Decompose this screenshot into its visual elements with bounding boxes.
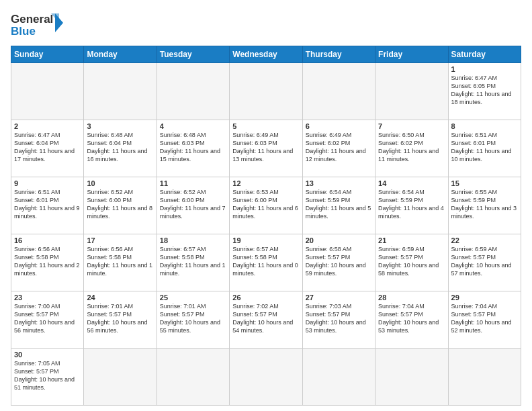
calendar-cell: 30Sunrise: 7:05 AM Sunset: 5:57 PM Dayli… bbox=[11, 349, 84, 406]
day-info: Sunrise: 6:56 AM Sunset: 5:58 PM Dayligh… bbox=[14, 245, 81, 278]
logo: GeneralBlue bbox=[11, 11, 64, 39]
calendar-cell: 27Sunrise: 7:03 AM Sunset: 5:57 PM Dayli… bbox=[302, 291, 375, 349]
day-number: 15 bbox=[451, 179, 518, 187]
day-info: Sunrise: 6:47 AM Sunset: 6:05 PM Dayligh… bbox=[451, 74, 518, 107]
calendar-cell: 21Sunrise: 6:59 AM Sunset: 5:57 PM Dayli… bbox=[375, 234, 448, 291]
day-info: Sunrise: 6:57 AM Sunset: 5:58 PM Dayligh… bbox=[232, 245, 299, 278]
day-number: 18 bbox=[160, 236, 226, 244]
weekday-header-row: SundayMondayTuesdayWednesdayThursdayFrid… bbox=[11, 46, 521, 63]
calendar-week-2: 2Sunrise: 6:47 AM Sunset: 6:04 PM Daylig… bbox=[11, 120, 521, 177]
day-info: Sunrise: 6:54 AM Sunset: 5:59 PM Dayligh… bbox=[378, 188, 445, 221]
calendar-week-5: 23Sunrise: 7:00 AM Sunset: 5:57 PM Dayli… bbox=[11, 291, 521, 349]
calendar-cell: 20Sunrise: 6:58 AM Sunset: 5:57 PM Dayli… bbox=[302, 234, 375, 291]
day-info: Sunrise: 7:05 AM Sunset: 5:57 PM Dayligh… bbox=[14, 359, 81, 392]
day-number: 28 bbox=[378, 293, 445, 302]
calendar-cell bbox=[157, 349, 229, 406]
day-number: 29 bbox=[451, 293, 518, 302]
day-number: 24 bbox=[87, 293, 153, 302]
calendar-cell: 4Sunrise: 6:48 AM Sunset: 6:03 PM Daylig… bbox=[157, 120, 229, 177]
day-number: 4 bbox=[160, 122, 226, 130]
day-info: Sunrise: 7:00 AM Sunset: 5:57 PM Dayligh… bbox=[14, 302, 81, 335]
calendar-cell bbox=[448, 349, 521, 406]
calendar-cell bbox=[302, 63, 375, 120]
svg-text:Blue: Blue bbox=[11, 25, 36, 38]
day-info: Sunrise: 6:49 AM Sunset: 6:02 PM Dayligh… bbox=[306, 131, 372, 164]
day-info: Sunrise: 7:01 AM Sunset: 5:57 PM Dayligh… bbox=[160, 302, 226, 335]
calendar-week-6: 30Sunrise: 7:05 AM Sunset: 5:57 PM Dayli… bbox=[11, 349, 521, 406]
svg-text:General: General bbox=[11, 13, 53, 26]
day-number: 17 bbox=[87, 236, 153, 244]
logo-svg: GeneralBlue bbox=[11, 11, 64, 39]
day-number: 16 bbox=[14, 236, 81, 244]
calendar-cell: 26Sunrise: 7:02 AM Sunset: 5:57 PM Dayli… bbox=[230, 291, 302, 349]
calendar-cell bbox=[230, 63, 302, 120]
day-number: 13 bbox=[306, 179, 372, 187]
calendar-cell: 19Sunrise: 6:57 AM Sunset: 5:58 PM Dayli… bbox=[230, 234, 302, 291]
day-number: 26 bbox=[232, 293, 299, 302]
calendar-cell bbox=[84, 349, 157, 406]
day-number: 23 bbox=[14, 293, 81, 302]
calendar-cell: 1Sunrise: 6:47 AM Sunset: 6:05 PM Daylig… bbox=[448, 63, 521, 120]
weekday-header-saturday: Saturday bbox=[448, 46, 521, 63]
day-info: Sunrise: 7:03 AM Sunset: 5:57 PM Dayligh… bbox=[306, 302, 372, 335]
calendar-cell: 6Sunrise: 6:49 AM Sunset: 6:02 PM Daylig… bbox=[302, 120, 375, 177]
day-number: 20 bbox=[306, 236, 372, 244]
day-number: 6 bbox=[306, 122, 372, 130]
day-info: Sunrise: 6:58 AM Sunset: 5:57 PM Dayligh… bbox=[306, 245, 372, 278]
calendar-cell: 17Sunrise: 6:56 AM Sunset: 5:58 PM Dayli… bbox=[84, 234, 157, 291]
weekday-header-thursday: Thursday bbox=[302, 46, 375, 63]
header: GeneralBlue bbox=[11, 11, 521, 39]
weekday-header-wednesday: Wednesday bbox=[230, 46, 302, 63]
day-info: Sunrise: 6:47 AM Sunset: 6:04 PM Dayligh… bbox=[14, 131, 81, 164]
calendar-cell: 23Sunrise: 7:00 AM Sunset: 5:57 PM Dayli… bbox=[11, 291, 84, 349]
day-number: 21 bbox=[378, 236, 445, 244]
calendar-cell: 25Sunrise: 7:01 AM Sunset: 5:57 PM Dayli… bbox=[157, 291, 229, 349]
day-info: Sunrise: 6:57 AM Sunset: 5:58 PM Dayligh… bbox=[160, 245, 226, 278]
day-number: 2 bbox=[14, 122, 81, 130]
calendar-week-4: 16Sunrise: 6:56 AM Sunset: 5:58 PM Dayli… bbox=[11, 234, 521, 291]
weekday-header-sunday: Sunday bbox=[11, 46, 84, 63]
calendar-cell: 7Sunrise: 6:50 AM Sunset: 6:02 PM Daylig… bbox=[375, 120, 448, 177]
day-number: 9 bbox=[14, 179, 81, 187]
calendar-cell bbox=[302, 349, 375, 406]
day-number: 25 bbox=[160, 293, 226, 302]
page: GeneralBlue SundayMondayTuesdayWednesday… bbox=[0, 0, 532, 411]
calendar-cell: 12Sunrise: 6:53 AM Sunset: 6:00 PM Dayli… bbox=[230, 177, 302, 234]
day-info: Sunrise: 6:52 AM Sunset: 6:00 PM Dayligh… bbox=[160, 188, 226, 221]
calendar-cell: 10Sunrise: 6:52 AM Sunset: 6:00 PM Dayli… bbox=[84, 177, 157, 234]
day-info: Sunrise: 6:48 AM Sunset: 6:03 PM Dayligh… bbox=[160, 131, 226, 164]
day-info: Sunrise: 6:50 AM Sunset: 6:02 PM Dayligh… bbox=[378, 131, 445, 164]
calendar-cell: 22Sunrise: 6:59 AM Sunset: 5:57 PM Dayli… bbox=[448, 234, 521, 291]
day-info: Sunrise: 7:01 AM Sunset: 5:57 PM Dayligh… bbox=[87, 302, 153, 335]
calendar-cell bbox=[11, 63, 84, 120]
calendar-cell bbox=[230, 349, 302, 406]
calendar-cell: 18Sunrise: 6:57 AM Sunset: 5:58 PM Dayli… bbox=[157, 234, 229, 291]
day-number: 30 bbox=[14, 351, 81, 359]
day-number: 19 bbox=[232, 236, 299, 244]
day-info: Sunrise: 6:55 AM Sunset: 5:59 PM Dayligh… bbox=[451, 188, 518, 221]
calendar-cell: 5Sunrise: 6:49 AM Sunset: 6:03 PM Daylig… bbox=[230, 120, 302, 177]
calendar-cell: 2Sunrise: 6:47 AM Sunset: 6:04 PM Daylig… bbox=[11, 120, 84, 177]
day-info: Sunrise: 7:02 AM Sunset: 5:57 PM Dayligh… bbox=[232, 302, 299, 335]
day-info: Sunrise: 6:51 AM Sunset: 6:01 PM Dayligh… bbox=[14, 188, 81, 221]
day-number: 7 bbox=[378, 122, 445, 130]
day-info: Sunrise: 6:52 AM Sunset: 6:00 PM Dayligh… bbox=[87, 188, 153, 221]
day-info: Sunrise: 6:56 AM Sunset: 5:58 PM Dayligh… bbox=[87, 245, 153, 278]
calendar-cell: 16Sunrise: 6:56 AM Sunset: 5:58 PM Dayli… bbox=[11, 234, 84, 291]
calendar-week-1: 1Sunrise: 6:47 AM Sunset: 6:05 PM Daylig… bbox=[11, 63, 521, 120]
calendar-cell bbox=[375, 63, 448, 120]
day-number: 1 bbox=[451, 65, 518, 73]
calendar-cell: 11Sunrise: 6:52 AM Sunset: 6:00 PM Dayli… bbox=[157, 177, 229, 234]
day-number: 8 bbox=[451, 122, 518, 130]
day-info: Sunrise: 6:54 AM Sunset: 5:59 PM Dayligh… bbox=[306, 188, 372, 221]
calendar-cell: 24Sunrise: 7:01 AM Sunset: 5:57 PM Dayli… bbox=[84, 291, 157, 349]
day-info: Sunrise: 7:04 AM Sunset: 5:57 PM Dayligh… bbox=[378, 302, 445, 335]
calendar-table: SundayMondayTuesdayWednesdayThursdayFrid… bbox=[11, 46, 521, 406]
calendar-cell bbox=[375, 349, 448, 406]
calendar-cell: 3Sunrise: 6:48 AM Sunset: 6:04 PM Daylig… bbox=[84, 120, 157, 177]
day-number: 5 bbox=[232, 122, 299, 130]
calendar-cell: 28Sunrise: 7:04 AM Sunset: 5:57 PM Dayli… bbox=[375, 291, 448, 349]
day-number: 10 bbox=[87, 179, 153, 187]
day-number: 27 bbox=[306, 293, 372, 302]
day-number: 3 bbox=[87, 122, 153, 130]
